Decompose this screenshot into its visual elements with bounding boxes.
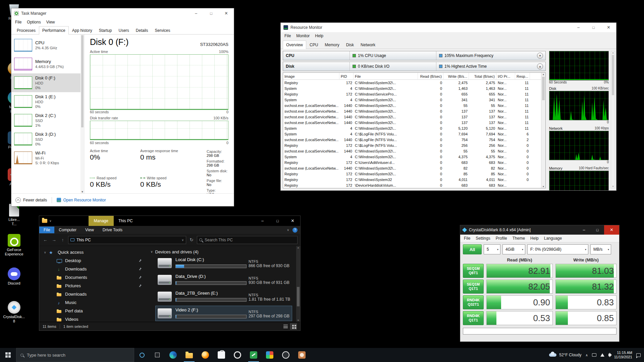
table-row[interactable]: svchost.exe (LocalServiceNetw... 1440 C:… [283, 103, 545, 108]
settings-dropdown[interactable]: F: 0% (0/298GiB) [527, 244, 588, 254]
table-row[interactable]: System 4 C:\Windows\System32\... 0 341 3… [283, 97, 545, 103]
clock[interactable]: 11:15 AM 11/19/2021 [614, 351, 632, 359]
tab[interactable]: Services [152, 26, 174, 35]
menu-item[interactable]: Help [313, 33, 326, 39]
collapse-disk-chevron-icon[interactable] [537, 63, 543, 69]
menu-item[interactable]: Profile [493, 235, 509, 241]
sidebar-item[interactable]: Pictures [39, 282, 147, 290]
tab[interactable]: Performance [39, 26, 69, 35]
expand-ribbon-chevron-icon[interactable] [287, 228, 289, 232]
sidebar-device-item[interactable]: Disk 3 (D:) SSD 0% [11, 130, 84, 148]
menu-item[interactable]: Theme [510, 235, 527, 241]
table-row[interactable]: Registry 172 C:\Windows\System32\... 0 2… [283, 80, 545, 85]
table-row[interactable]: Registry 172 C:\$LogFile (NTFS Volu... 0… [283, 142, 545, 148]
weather-widget[interactable]: 52°F Cloudy [549, 353, 581, 357]
taskbar-icon-file-explorer[interactable] [181, 348, 197, 362]
desktop-icon-geforce-experience[interactable]: GeForceExperience [2, 234, 26, 256]
table-row[interactable]: System 4 C:\$LogFile (NTFS Volu... 0 7,6… [283, 131, 545, 137]
menu-item[interactable]: Options [24, 19, 43, 25]
tab[interactable]: CPU [306, 41, 321, 49]
drive-tile[interactable]: Data_2TB_Green (E:) NTFS 1.81 TB free of… [155, 289, 292, 304]
minimize-button[interactable] [189, 8, 204, 18]
menu-item[interactable]: Monitor [294, 33, 312, 39]
settings-dropdown[interactable]: MB/s [590, 244, 611, 254]
table-row[interactable]: svchost.exe (LocalServiceNetw... 1440 C:… [283, 165, 545, 171]
col-read[interactable]: Read (B/sec) [418, 73, 443, 80]
tab[interactable]: Network [357, 41, 379, 49]
display-tray-icon[interactable] [592, 353, 596, 357]
tab[interactable]: Memory [321, 41, 342, 49]
col-total[interactable]: Total (B/sec) [469, 73, 496, 80]
menu-item[interactable]: Language [542, 235, 564, 241]
table-row[interactable]: Registry 172 C:\Windows\ServicePro... 0 … [283, 91, 545, 97]
quick-access-toolbar-chevron-icon[interactable] [49, 219, 52, 223]
expand-cpu-chevron-icon[interactable] [537, 53, 543, 59]
taskbar-icon-settings[interactable] [229, 348, 246, 362]
group-header[interactable]: Devices and drives (4) [151, 248, 295, 255]
sidebar-device-item[interactable]: Wi-Fi Wi-Fi S: 0 R: 0 Kbps [11, 148, 84, 167]
tab[interactable]: Overview [283, 41, 306, 49]
sidebar-item[interactable]: Videos [39, 315, 147, 322]
table-row[interactable]: System 4 C:\Windows\System32\... 0 5,120… [283, 125, 545, 131]
tab[interactable]: Processes [13, 26, 39, 35]
menu-item[interactable]: Settings [473, 235, 492, 241]
details-view-button[interactable] [282, 323, 289, 329]
menu-item[interactable]: File [462, 235, 473, 241]
taskbar-search[interactable]: Type here to search [16, 348, 134, 362]
open-resource-monitor-link[interactable]: Open Resource Monitor [57, 198, 106, 202]
start-button[interactable] [0, 348, 16, 362]
disk-section-header[interactable]: Disk 0 KB/sec Disk I/O 1% Highest Active… [283, 62, 546, 71]
table-row[interactable]: System 4 C:\Windows\System32\... 0 4,375… [283, 154, 545, 160]
ribbon-tab-computer[interactable]: Computer [54, 227, 81, 233]
search-box[interactable]: Search This PC [197, 236, 298, 244]
thumbnails-view-button[interactable] [290, 323, 297, 329]
taskbar-icon-obs[interactable] [278, 348, 294, 362]
tab[interactable]: Disk [343, 41, 357, 49]
breadcrumb[interactable]: This PC [76, 238, 91, 242]
test-button[interactable]: SEQ1M Q1T1 [463, 280, 484, 294]
table-row[interactable]: svchost.exe (LocalServiceNetw... 1440 C:… [283, 148, 545, 154]
sidebar-device-item[interactable]: Disk 2 (C:) SSD 1% [11, 111, 84, 130]
network-tray-icon[interactable] [600, 353, 604, 357]
minimize-button[interactable] [577, 225, 591, 235]
table-row[interactable]: Registry 172 C:\Users\Aditi\ntuser.d... … [283, 160, 545, 165]
close-button[interactable] [601, 23, 616, 32]
menu-item[interactable]: File [13, 19, 24, 25]
desktop-icon-crystaldiskmark[interactable]: CrystalDisk...8 [2, 301, 26, 323]
address-field[interactable]: This PC [68, 236, 186, 244]
title-bar[interactable]: Manage This PC [39, 216, 300, 226]
taskbar-icon-sharex[interactable] [246, 348, 262, 362]
settings-dropdown[interactable]: 4GiB [502, 244, 525, 254]
close-button[interactable] [604, 225, 619, 235]
tab[interactable]: App history [69, 26, 96, 35]
table-row[interactable]: svchost.exe (LocalServiceNetw... 1440 C:… [283, 108, 545, 114]
drive-tile[interactable]: Local Disk (C:) NTFS 866 GB free of 930 … [155, 255, 292, 271]
drive-tile[interactable]: Data_Drive (D:) NTFS 930 GB free of 931 … [155, 272, 292, 288]
sidebar-item[interactable]: Perf data [39, 307, 147, 315]
maximize-button[interactable] [591, 225, 604, 235]
taskbar-icon-edge[interactable] [165, 348, 181, 362]
sidebar-device-item[interactable]: Disk 1 (E:) HDD 0% [11, 92, 84, 111]
sidebar-device-item[interactable]: Memory 4.4/63.9 GB (7%) [11, 55, 84, 73]
title-bar[interactable]: CrystalDiskMark 8.0.4 x64 [Admin] [460, 225, 619, 235]
back-button[interactable] [42, 237, 49, 242]
tab[interactable]: Startup [96, 26, 115, 35]
ribbon-tab-view[interactable]: View [81, 227, 98, 233]
address-dropdown-chevron-icon[interactable] [181, 238, 184, 242]
up-button[interactable] [59, 237, 66, 242]
sidebar-item[interactable]: Desktop [39, 256, 147, 265]
desktop-icon-libreoffice[interactable]: Libre...T... [2, 204, 26, 226]
ribbon-tab-file[interactable]: File [39, 227, 54, 233]
table-header[interactable]: Image PID File Read (B/sec) Write (B/s..… [283, 73, 545, 80]
col-pid[interactable]: PID [339, 73, 354, 80]
sidebar-item[interactable]: Documents [39, 273, 147, 282]
table-row[interactable]: svchost.exe (LocalServiceNetw... 1440 C:… [283, 114, 545, 120]
expander-chevron-icon[interactable] [44, 251, 49, 254]
action-center-button[interactable] [636, 353, 641, 357]
title-bar[interactable]: Task Manager [11, 8, 234, 18]
table-row[interactable]: svchost.exe (LocalServiceNetw... 1440 C:… [283, 120, 545, 125]
table-row[interactable]: Registry 172 C:\Windows\System32 0 4,011… [283, 177, 545, 182]
test-button[interactable]: RND4K Q1T1 [463, 311, 484, 325]
settings-dropdown[interactable]: 5 [484, 244, 500, 254]
menu-item[interactable]: View [44, 19, 57, 25]
